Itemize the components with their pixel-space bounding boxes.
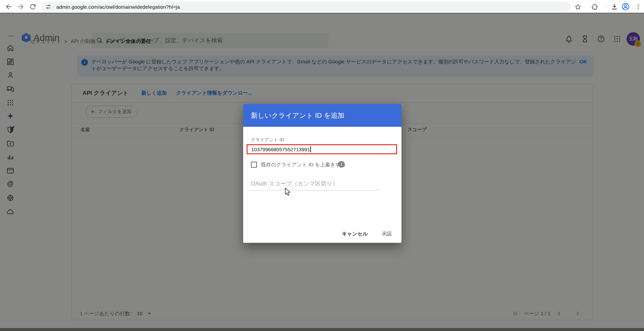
download-icon[interactable] [610,3,619,11]
client-id-label: クライアント ID [251,137,284,143]
approve-button[interactable]: 承認 [382,231,392,237]
back-icon[interactable] [5,3,13,11]
screen: admin.google.com/ac/owl/domainwidedelega… [0,0,644,331]
text-caret [310,146,311,152]
dialog-header: 新しいクライアント ID を追加 [243,104,401,127]
extensions-icon[interactable] [591,3,598,10]
dialog-title: 新しいクライアント ID を追加 [251,111,344,120]
dialog-actions: キャンセル 承認 [342,231,392,237]
overwrite-checkbox[interactable] [251,162,257,168]
overwrite-info-icon[interactable] [338,161,345,168]
overwrite-checkbox-label[interactable]: 既存のクライアント ID を上書きする [261,162,345,168]
reload-icon[interactable] [29,3,37,11]
url-text[interactable]: admin.google.com/ac/owl/domainwidedelega… [56,4,180,10]
forward-icon[interactable] [17,3,25,11]
add-client-id-dialog: 新しいクライアント ID を追加 クライアント ID 1037996680575… [243,104,401,243]
browser-profile-icon[interactable] [621,2,630,11]
address-bar[interactable]: admin.google.com/ac/owl/domainwidedelega… [41,2,571,12]
bookmark-star-icon[interactable] [574,3,582,10]
browser-toolbar: admin.google.com/ac/owl/domainwidedelega… [0,0,644,13]
oauth-input-underline [250,190,381,190]
client-id-input[interactable]: 103799668057552713991 [247,144,397,154]
toolbar-divider [606,3,607,10]
mouse-cursor [285,188,292,197]
site-controls-icon[interactable] [45,3,52,10]
browser-menu-icon[interactable] [635,3,642,10]
cancel-button[interactable]: キャンセル [342,231,368,237]
oauth-scopes-input[interactable]: OAuth スコープ（カンマ区切り） [251,180,338,187]
client-id-value: 103799668057552713991 [251,147,310,152]
